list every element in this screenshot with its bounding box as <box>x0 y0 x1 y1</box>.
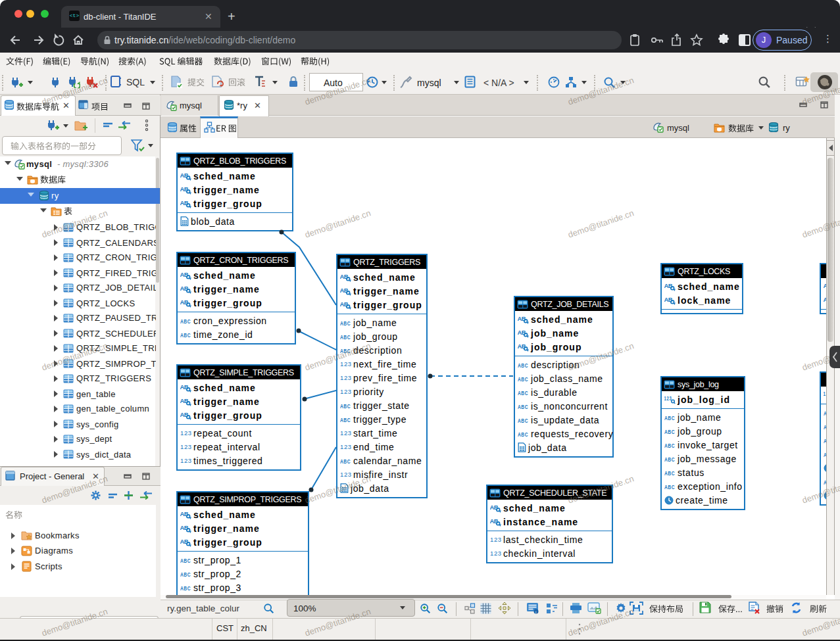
svg-text:i: i <box>535 610 536 614</box>
